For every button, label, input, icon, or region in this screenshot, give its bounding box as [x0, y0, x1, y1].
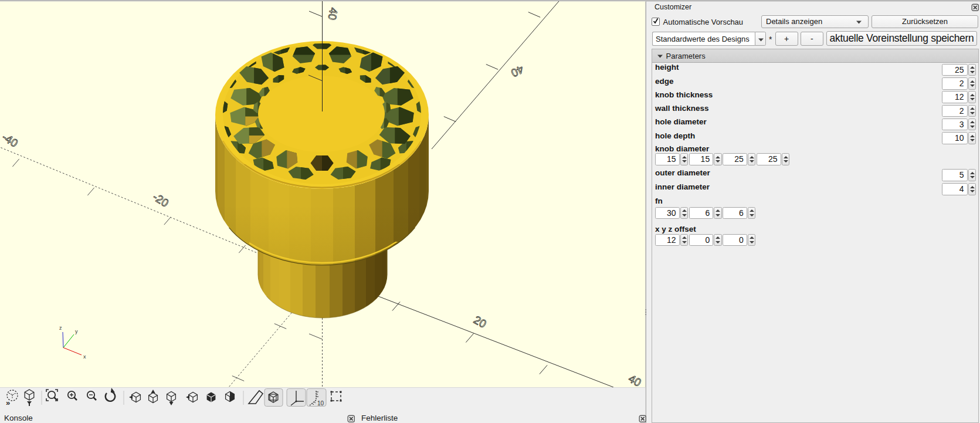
svg-text:y: y: [75, 329, 78, 334]
svg-text:»: »: [6, 398, 10, 407]
svg-text:10: 10: [317, 400, 324, 407]
svg-text:40: 40: [325, 6, 340, 21]
svg-text:z: z: [59, 325, 62, 331]
svg-text:Fehlerliste: Fehlerliste: [361, 414, 398, 422]
svg-text:x: x: [83, 354, 86, 360]
svg-text:Konsole: Konsole: [4, 414, 33, 422]
